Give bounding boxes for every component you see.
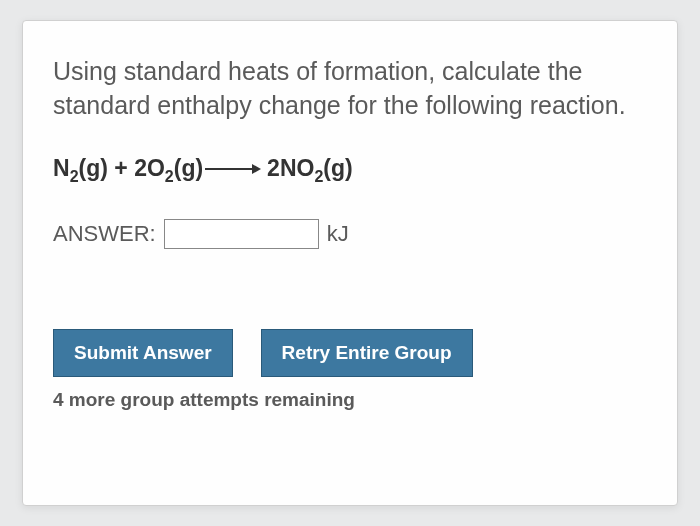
question-prompt: Using standard heats of formation, calcu… (53, 55, 647, 123)
question-card: Using standard heats of formation, calcu… (22, 20, 678, 506)
button-row: Submit Answer Retry Entire Group (53, 329, 647, 377)
plus-sign: + (108, 155, 134, 181)
reactant-2: 2O2(g) (134, 155, 203, 181)
product-1: 2NO2(g) (267, 155, 353, 181)
chemical-equation: N2(g) + 2O2(g)2NO2(g) (53, 155, 647, 186)
answer-label: ANSWER: (53, 221, 156, 247)
reactant-1: N2(g) (53, 155, 108, 181)
answer-input[interactable] (164, 219, 319, 249)
retry-group-button[interactable]: Retry Entire Group (261, 329, 473, 377)
answer-unit: kJ (327, 221, 349, 247)
attempts-remaining: 4 more group attempts remaining (53, 389, 647, 411)
answer-row: ANSWER: kJ (53, 219, 647, 249)
submit-answer-button[interactable]: Submit Answer (53, 329, 233, 377)
